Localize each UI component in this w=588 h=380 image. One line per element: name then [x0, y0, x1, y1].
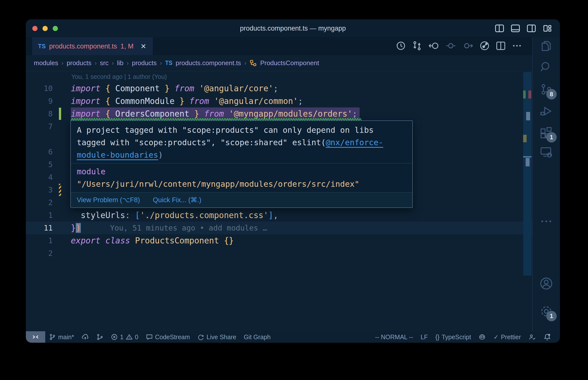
token: import — [71, 96, 100, 106]
token: from — [189, 96, 209, 106]
line-number: 8 — [26, 109, 53, 118]
breadcrumb-symbol[interactable]: ProductsComponent — [260, 59, 319, 67]
ruler-modified-mark — [523, 135, 527, 142]
breadcrumb-item[interactable]: products — [132, 59, 157, 67]
title-bar: products.component.ts — myngapp — [26, 19, 560, 37]
token: class — [105, 236, 130, 245]
token: {} — [224, 236, 234, 245]
close-window-button[interactable] — [32, 26, 38, 31]
problems-status[interactable]: 1 0 — [107, 331, 142, 343]
explorer-icon[interactable] — [539, 39, 553, 53]
code-line[interactable]: 10import { Component } from '@angular/co… — [26, 82, 532, 95]
timeline-icon[interactable] — [396, 41, 406, 52]
publish-changes-button[interactable] — [78, 331, 93, 343]
view-problem-button[interactable]: View Problem (⌥F8) — [77, 196, 140, 204]
vim-mode-indicator[interactable]: -- NORMAL -- — [371, 331, 417, 343]
line-number: 2 — [26, 249, 53, 258]
more-views-icon[interactable] — [539, 214, 553, 228]
feedback-icon[interactable] — [525, 331, 540, 343]
zoom-window-button[interactable] — [53, 26, 58, 31]
class-symbol-icon — [250, 59, 257, 67]
search-icon[interactable] — [539, 60, 553, 74]
editor-group: TS products.component.ts 1, M ✕ modules›… — [26, 37, 532, 331]
popup-actions: View Problem (⌥F8) Quick Fix... (⌘.) — [71, 192, 412, 207]
breadcrumb-item[interactable]: lib — [117, 59, 124, 67]
eslint-rule-link[interactable]: @nx/enforce- — [326, 138, 383, 147]
accounts-icon[interactable] — [539, 277, 553, 290]
cloud-upload-icon — [82, 333, 89, 341]
git-branch-status[interactable]: main* — [45, 331, 78, 343]
main-area: TS products.component.ts 1, M ✕ modules›… — [26, 37, 560, 331]
git-graph-status[interactable]: Git Graph — [240, 331, 274, 343]
source-control-icon[interactable]: 8 — [539, 83, 553, 96]
module-keyword: module — [77, 167, 106, 176]
code-line[interactable]: 9import { CommonModule } from '@angular/… — [26, 95, 532, 107]
module-info: module "/Users/juri/nrwl/content/myngapp… — [71, 163, 412, 192]
remote-indicator[interactable] — [26, 331, 45, 343]
code-text: import { OrdersComponent } from '@myngap… — [71, 107, 360, 120]
token — [100, 96, 105, 106]
extensions-icon[interactable]: 1 — [539, 126, 553, 140]
ruler-selection-mark — [526, 112, 530, 120]
run-debug-icon[interactable] — [539, 104, 553, 118]
toggle-panel-icon[interactable] — [511, 24, 520, 32]
gutter-green-marker — [59, 108, 61, 120]
minimize-window-button[interactable] — [42, 26, 48, 31]
breadcrumb-item[interactable]: modules — [34, 59, 58, 67]
token — [169, 84, 174, 93]
line-number: 5 — [26, 160, 53, 169]
code-text: }) — [71, 222, 81, 234]
quick-fix-button[interactable]: Quick Fix... (⌘.) — [153, 196, 201, 204]
token — [100, 84, 105, 93]
code-line[interactable]: 11})You, 51 minutes ago • add modules … — [26, 222, 532, 234]
breadcrumb-item[interactable]: products — [67, 59, 91, 67]
breadcrumb-file[interactable]: products.component.ts — [176, 59, 241, 67]
code-line[interactable]: 1 styleUrls: ['./products.component.css'… — [26, 209, 532, 222]
eslint-rule-link[interactable]: module-boundaries — [77, 150, 158, 160]
prettier-status[interactable]: ✓Prettier — [490, 331, 525, 343]
go-back-icon[interactable] — [428, 41, 439, 52]
problem-hover-popup: A project tagged with "scope:products" c… — [70, 120, 413, 208]
settings-gear-icon[interactable]: 1 — [539, 304, 553, 318]
code-editor[interactable]: You, 1 second ago | 1 author (You) 10imp… — [26, 71, 532, 331]
breadcrumb-item[interactable]: src — [100, 59, 109, 67]
toggle-sidebar-icon[interactable] — [495, 24, 504, 32]
commit-graph-icon[interactable] — [480, 41, 490, 52]
token: '@angular/common' — [209, 96, 298, 106]
share-icon — [197, 333, 204, 340]
chevron-right-icon: › — [244, 60, 246, 67]
ruler-added-mark — [523, 91, 526, 98]
token: '@angular/core' — [194, 84, 273, 93]
more-actions-icon[interactable] — [512, 41, 522, 52]
token: CommonModule — [110, 96, 179, 106]
customize-layout-icon[interactable] — [543, 24, 552, 32]
line-number: 6 — [26, 147, 53, 156]
code-line[interactable]: 1export class ProductsComponent {} — [26, 234, 532, 247]
split-editor-icon[interactable] — [496, 41, 506, 52]
previous-change-icon[interactable] — [445, 41, 456, 52]
code-line[interactable]: 8import { OrdersComponent } from '@mynga… — [26, 107, 532, 120]
traffic-lights — [32, 26, 58, 31]
scrollbar-thumb[interactable] — [523, 72, 532, 276]
live-share-status[interactable]: Live Share — [194, 331, 240, 343]
next-change-icon[interactable] — [462, 41, 473, 52]
chevron-right-icon: › — [127, 60, 129, 67]
token: : — [125, 210, 130, 220]
token: { — [105, 109, 110, 119]
language-mode[interactable]: {}TypeScript — [432, 331, 475, 343]
toggle-secondary-sidebar-icon[interactable] — [527, 24, 536, 32]
code-line[interactable]: 2 — [26, 247, 532, 260]
token: import — [71, 84, 100, 93]
gitlens-graph-button[interactable] — [93, 331, 107, 343]
eol-indicator[interactable]: LF — [417, 331, 431, 343]
line-number: 9 — [26, 97, 53, 105]
notifications-bell-icon[interactable] — [540, 331, 555, 343]
remote-explorer-icon[interactable] — [539, 145, 553, 159]
editor-actions — [396, 37, 532, 55]
tab-label: products.component.ts — [49, 43, 117, 50]
close-tab-icon[interactable]: ✕ — [140, 42, 146, 50]
tab-products-component[interactable]: TS products.component.ts 1, M ✕ — [32, 37, 153, 55]
open-changes-icon[interactable] — [412, 41, 422, 52]
codestream-status[interactable]: CodeStream — [142, 331, 194, 343]
copilot-status-icon[interactable] — [475, 331, 490, 343]
